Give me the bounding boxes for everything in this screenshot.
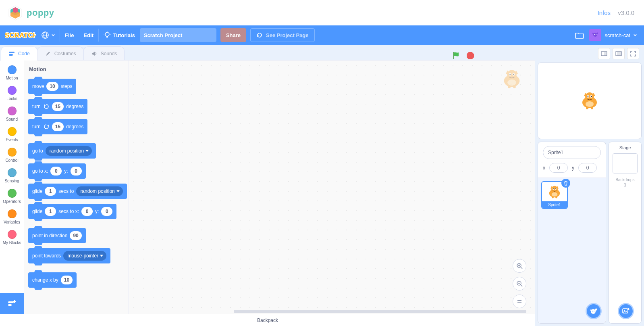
- block-point-direction[interactable]: point in direction 90: [28, 228, 86, 243]
- svg-rect-51: [617, 52, 621, 56]
- svg-point-27: [593, 33, 597, 37]
- stage-selector[interactable]: Stage Backdrops 1: [609, 142, 642, 324]
- zoom-out-button[interactable]: [513, 277, 526, 290]
- scripts-workspace[interactable]: [129, 61, 535, 314]
- sprite-x-input[interactable]: [549, 163, 568, 173]
- refresh-icon: [256, 32, 263, 38]
- tab-sounds[interactable]: Sounds: [83, 46, 125, 60]
- sprite-tile-label: Sprite1: [542, 201, 567, 208]
- category-sensing[interactable]: Sensing: [0, 166, 24, 186]
- svg-marker-34: [467, 52, 474, 59]
- svg-point-55: [592, 311, 593, 311]
- scratch-logo[interactable]: SCRATCH: [5, 29, 36, 41]
- add-backdrop-button[interactable]: [618, 303, 634, 319]
- share-button[interactable]: Share: [220, 28, 246, 42]
- svg-rect-49: [604, 52, 607, 56]
- tab-code[interactable]: Code: [1, 46, 37, 60]
- palette-heading: Motion: [29, 66, 125, 72]
- svg-rect-33: [9, 54, 13, 56]
- add-extension-button[interactable]: [0, 293, 24, 314]
- extension-icon: [7, 298, 17, 309]
- stage-sprite-cat-icon: [579, 90, 600, 111]
- right-column: x y Sprite1: [535, 45, 644, 326]
- paintbrush-icon: [45, 50, 51, 57]
- infos-link[interactable]: Infos: [598, 9, 611, 16]
- image-plus-icon: [622, 307, 630, 315]
- svg-point-56: [594, 311, 594, 311]
- category-events[interactable]: Events: [0, 125, 24, 145]
- category-variables[interactable]: Variables: [0, 207, 24, 228]
- svg-rect-22: [106, 36, 108, 38]
- block-turn-cw[interactable]: turn 15 degrees: [28, 99, 87, 114]
- rotate-cw-icon: [43, 103, 50, 110]
- zoom-in-button[interactable]: [513, 259, 526, 273]
- sprite-name-input[interactable]: [543, 146, 601, 159]
- poppy-logo[interactable]: poppy: [7, 5, 54, 21]
- block-glide-xy[interactable]: glide 1 secs to x: 0 y: 0: [28, 204, 116, 219]
- my-stuff-button[interactable]: [573, 29, 586, 42]
- dropdown-mouse-pointer[interactable]: mouse-pointer: [63, 251, 106, 261]
- sprite-x-label: x: [543, 165, 545, 171]
- block-palette[interactable]: Motion move 10 steps turn 15 degrees tur…: [24, 61, 129, 314]
- block-move-steps[interactable]: move 10 steps: [28, 79, 76, 94]
- block-go-to[interactable]: go to random position: [28, 143, 96, 159]
- block-change-x[interactable]: change x by 10: [28, 272, 77, 288]
- block-go-to-xy[interactable]: go to x: 0 y: 0: [28, 163, 86, 179]
- category-myblocks[interactable]: My Blocks: [0, 228, 24, 248]
- backpack-toggle[interactable]: Backpack: [0, 314, 535, 326]
- left-column: Code Costumes Sounds Motion Looks Sound: [0, 45, 535, 326]
- category-column: Motion Looks Sound Events Control Sensin…: [0, 61, 24, 314]
- category-control[interactable]: Control: [0, 145, 24, 166]
- lightbulb-icon: [104, 31, 111, 39]
- block-glide-to[interactable]: glide 1 secs to random position: [28, 184, 127, 199]
- sprite-panel: x y Sprite1: [538, 142, 606, 324]
- scratch-wordmark-icon: SCRATCH: [5, 30, 36, 40]
- green-flag-button[interactable]: [452, 51, 461, 60]
- account-menu[interactable]: scratch-cat: [586, 29, 640, 41]
- svg-point-30: [594, 34, 595, 35]
- backdrops-count: 1: [624, 183, 626, 187]
- project-title-input[interactable]: [140, 28, 216, 42]
- delete-sprite-button[interactable]: [561, 179, 570, 188]
- sprite-y-input[interactable]: [578, 163, 597, 173]
- block-turn-ccw[interactable]: turn 15 degrees: [28, 119, 87, 134]
- dropdown-random-position[interactable]: random position: [76, 186, 123, 196]
- horizontal-scrollbar[interactable]: [234, 310, 526, 313]
- svg-rect-35: [8, 301, 14, 303]
- sprite-list: Sprite1: [538, 178, 606, 323]
- folder-icon: [575, 31, 584, 39]
- block-point-towards[interactable]: point towards mouse-pointer: [28, 248, 110, 263]
- stage-fullscreen-button[interactable]: [627, 48, 639, 59]
- svg-rect-36: [8, 304, 12, 306]
- rotate-ccw-icon: [43, 123, 50, 130]
- tab-costumes[interactable]: Costumes: [37, 46, 84, 60]
- dropdown-random-position[interactable]: random position: [46, 146, 92, 156]
- chevron-down-icon: [52, 33, 55, 37]
- sprite-y-label: y: [572, 165, 574, 171]
- trash-icon: [563, 181, 568, 186]
- language-menu[interactable]: [36, 25, 60, 45]
- stage-heading: Stage: [619, 145, 631, 150]
- stop-button[interactable]: [466, 51, 475, 60]
- category-operators[interactable]: Operators: [0, 186, 24, 207]
- svg-line-44: [521, 285, 522, 286]
- stage-small-button[interactable]: [598, 48, 610, 59]
- svg-point-21: [105, 32, 109, 36]
- see-project-button[interactable]: See Project Page: [250, 28, 315, 42]
- tutorials-button[interactable]: Tutorials: [99, 25, 140, 45]
- edit-menu[interactable]: Edit: [79, 25, 98, 45]
- backdrop-thumbnail[interactable]: [613, 153, 638, 173]
- category-motion[interactable]: Motion: [0, 63, 24, 84]
- sprite-watermark-icon: [501, 68, 523, 90]
- stage-large-button[interactable]: [613, 48, 625, 59]
- add-sprite-button[interactable]: [586, 303, 602, 319]
- zoom-reset-button[interactable]: [513, 295, 526, 308]
- poppy-bar: poppy Infos v3.0.0: [0, 0, 644, 25]
- sprite-tile[interactable]: Sprite1: [541, 181, 568, 209]
- category-sound[interactable]: Sound: [0, 104, 24, 125]
- stage[interactable]: [538, 63, 642, 139]
- file-menu[interactable]: File: [60, 25, 79, 45]
- speaker-icon: [91, 50, 98, 57]
- backdrops-label: Backdrops: [615, 178, 634, 182]
- category-looks[interactable]: Looks: [0, 84, 24, 104]
